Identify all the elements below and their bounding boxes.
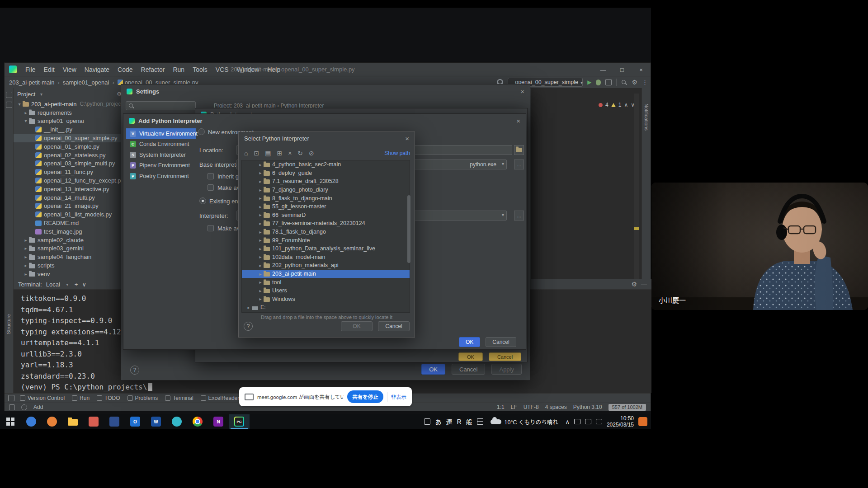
- file-tree-item[interactable]: ▸tool: [242, 278, 410, 286]
- ime-indicator[interactable]: あ: [435, 417, 441, 426]
- browse-button[interactable]: ...: [514, 211, 524, 221]
- taskbar-chrome-icon[interactable]: [187, 414, 208, 429]
- status-item[interactable]: UTF-8: [524, 404, 539, 410]
- project-tree-item[interactable]: ▸venv: [14, 270, 125, 278]
- help-button[interactable]: ?: [130, 366, 139, 375]
- file-tree-item[interactable]: ▸4_python_basic_sec2-main: [242, 160, 410, 169]
- project-tree-item[interactable]: ▸sample03_gemini: [14, 244, 125, 253]
- menu-item-navigate[interactable]: Navigate: [80, 63, 113, 76]
- project-tree-item[interactable]: ▸scripts: [14, 261, 125, 270]
- file-tree-item[interactable]: ▸101_python_Data_analysis_seminar_live: [242, 244, 410, 253]
- existing-environment-radio[interactable]: [199, 197, 206, 204]
- maximize-icon[interactable]: □: [613, 63, 632, 76]
- toolwindow-button[interactable]: Problems: [124, 394, 162, 403]
- ok-button[interactable]: OK: [341, 321, 373, 331]
- project-tree-item[interactable]: ▸requirements: [14, 108, 125, 117]
- file-tree-item[interactable]: ▸55_git_lesson-master: [242, 202, 410, 211]
- weather-widget[interactable]: 10°C くもりのち晴れ: [491, 418, 558, 426]
- project-tree-item[interactable]: ▸sample02_claude: [14, 236, 125, 244]
- env-type-item[interactable]: PPipenv Environment: [126, 160, 196, 171]
- ime-tool-icon[interactable]: [424, 418, 430, 425]
- terminal-settings-icon[interactable]: ⚙: [631, 281, 637, 288]
- network-icon[interactable]: [585, 419, 591, 424]
- notifications-tool-button[interactable]: Notifications: [644, 103, 649, 131]
- settings-search-input[interactable]: [126, 101, 196, 110]
- file-tree-item[interactable]: ▸7_django_photo_diary: [242, 186, 410, 194]
- file-tree-item[interactable]: ▸99_ForumNote: [242, 236, 410, 244]
- ok-button[interactable]: OK: [459, 337, 480, 347]
- inspections-widget[interactable]: 4 1 ∧ ∨: [599, 102, 635, 108]
- file-tree-item[interactable]: ▸7.1_resume_draft_230528: [242, 177, 410, 186]
- status-icon[interactable]: [9, 404, 15, 410]
- ok-button[interactable]: OK: [458, 352, 483, 361]
- tool-stripe-icon[interactable]: [6, 102, 12, 108]
- env-type-item[interactable]: VVirtualenv Environment: [126, 128, 196, 139]
- file-tree-item[interactable]: ▸Users: [242, 286, 410, 295]
- toolwindow-button[interactable]: TODO: [93, 394, 123, 403]
- memory-indicator[interactable]: 557 of 1002M: [609, 404, 646, 411]
- taskbar-word-icon[interactable]: W: [146, 414, 166, 429]
- project-tree-item[interactable]: openai_00_super_simple.py: [14, 134, 125, 142]
- menu-item-file[interactable]: File: [21, 63, 40, 76]
- project-tree-item[interactable]: openai_14_multi.py: [14, 193, 125, 202]
- env-type-item[interactable]: CConda Environment: [126, 139, 196, 150]
- start-button[interactable]: [0, 414, 21, 429]
- taskbar-pycharm-icon[interactable]: PC: [229, 414, 250, 429]
- debug-button[interactable]: [596, 80, 601, 85]
- menu-item-vcs[interactable]: VCS: [212, 63, 233, 76]
- refresh-icon[interactable]: ↻: [297, 150, 303, 157]
- run-button[interactable]: ▶: [587, 79, 591, 85]
- volume-icon[interactable]: [596, 419, 602, 424]
- gear-icon[interactable]: ⚙: [632, 79, 637, 86]
- project-tree-item[interactable]: openai_02_stateless.py: [14, 151, 125, 160]
- file-tree-item[interactable]: ▸66_seminarD: [242, 211, 410, 220]
- home-icon[interactable]: ⌂: [244, 150, 248, 157]
- make-available-checkbox[interactable]: [208, 184, 214, 191]
- chevron-down-icon[interactable]: ∨: [82, 281, 86, 288]
- file-tree-item[interactable]: ▸E:: [242, 303, 410, 312]
- menu-item-view[interactable]: View: [59, 63, 80, 76]
- breadcrumb-item[interactable]: sample01_openai: [63, 79, 109, 86]
- minimize-icon[interactable]: —: [594, 63, 613, 76]
- menu-item-run[interactable]: Run: [169, 63, 189, 76]
- project-tree-item[interactable]: openai_11_func.py: [14, 168, 125, 176]
- taskbar-app-blue-icon[interactable]: [21, 414, 42, 429]
- project-tree-item[interactable]: openai_13_interactive.py: [14, 185, 125, 193]
- chevron-down-icon[interactable]: ▾: [64, 282, 71, 287]
- browse-folder-button[interactable]: [514, 145, 524, 155]
- file-tree-item[interactable]: ▸203_ai-petit-main: [242, 270, 410, 278]
- menu-item-code[interactable]: Code: [113, 63, 137, 76]
- project-tree-item[interactable]: openai_12_func_try_except.py: [14, 176, 125, 185]
- ime-indicator[interactable]: 般: [466, 417, 472, 426]
- stop-sharing-button[interactable]: 共有を停止: [347, 390, 383, 403]
- search-icon[interactable]: [621, 80, 627, 85]
- project-tree-item[interactable]: ▾203_ai-petit-mainC:\python_projects\203: [14, 100, 125, 108]
- taskbar-onenote-icon[interactable]: N: [208, 414, 229, 429]
- project-tree-item[interactable]: README.md: [14, 219, 125, 227]
- coverage-button[interactable]: [605, 79, 612, 85]
- file-tree-item[interactable]: ▸6_deploy_guide: [242, 169, 410, 178]
- toolwindow-button[interactable]: ExcelReader: [197, 394, 243, 403]
- project-tree-item[interactable]: ▸sample04_langchain: [14, 253, 125, 261]
- file-tree-item[interactable]: ▸Windows: [242, 295, 410, 304]
- status-item[interactable]: 4 spaces: [545, 404, 567, 410]
- project-tree-item[interactable]: __init__.py: [14, 125, 125, 134]
- new-environment-radio[interactable]: [198, 128, 205, 135]
- cancel-button[interactable]: Cancel: [452, 364, 485, 375]
- cancel-button[interactable]: Cancel: [378, 321, 410, 331]
- project-tree-item[interactable]: test_image.jpg: [14, 227, 125, 236]
- tree-scrollbar[interactable]: [407, 195, 410, 263]
- ime-indicator[interactable]: 連: [446, 417, 452, 426]
- taskbar-outlook-icon[interactable]: O: [125, 414, 146, 429]
- structure-tool-button[interactable]: Structure: [6, 314, 11, 334]
- clock[interactable]: 10:50 2025/03/15: [607, 415, 634, 428]
- new-terminal-icon[interactable]: +: [75, 281, 78, 288]
- inherit-packages-checkbox[interactable]: [208, 173, 214, 179]
- file-tree-item[interactable]: ▸77_live-seminar-materials_20230124: [242, 219, 410, 228]
- browse-button[interactable]: ...: [514, 160, 524, 169]
- terminal-profile-select[interactable]: Local: [46, 281, 60, 288]
- file-tree-item[interactable]: ▸102data_model-main: [242, 253, 410, 262]
- tool-stripe-icon[interactable]: [6, 92, 12, 98]
- file-tree-item[interactable]: ▸78.1_flask_to_django: [242, 228, 410, 236]
- project-tree-item[interactable]: openai_01_simple.py: [14, 142, 125, 151]
